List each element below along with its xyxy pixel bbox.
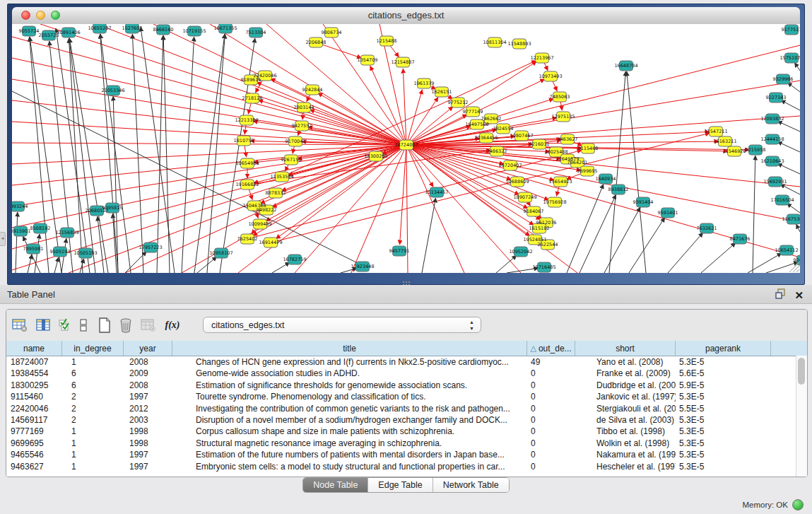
svg-text:1626151: 1626151 — [432, 89, 452, 95]
new-table-icon[interactable] — [95, 316, 114, 334]
svg-text:18300295: 18300295 — [364, 153, 387, 159]
table-row[interactable]: 1456911722003Disruption of a novel membe… — [6, 414, 807, 426]
table-cell: 2 — [62, 403, 124, 414]
table-cell: 1998 — [124, 426, 172, 437]
column-header-pagerank[interactable]: pagerank — [676, 341, 771, 356]
svg-text:16671355: 16671355 — [213, 25, 237, 31]
table-selector-value: citations_edges.txt — [211, 320, 285, 330]
svg-text:12213967: 12213967 — [530, 55, 553, 61]
left-panel-collapse-handle[interactable]: ◂ — [0, 232, 6, 246]
application-window: citations_edges.txt 18724007905572420557… — [0, 0, 812, 514]
table-cell: Tibbo et al. (1998) — [575, 426, 676, 437]
table-panel-title: Table Panel — [7, 289, 55, 300]
delete-table-icon[interactable] — [117, 316, 135, 334]
row-height-icon[interactable] — [74, 316, 93, 334]
svg-text:2718126: 2718126 — [242, 95, 263, 101]
table-cell: 2003 — [124, 414, 172, 426]
svg-text:16782759: 16782759 — [283, 257, 306, 262]
show-columns-icon[interactable] — [35, 316, 53, 334]
svg-text:9267150: 9267150 — [281, 157, 302, 163]
svg-text:9498222: 9498222 — [257, 207, 277, 213]
svg-text:10654112: 10654112 — [775, 247, 798, 253]
table-cell: 5.3E-5 — [676, 461, 771, 472]
table-cell: Investigating the contribution of common… — [172, 403, 527, 414]
svg-text:15134457: 15134457 — [425, 189, 448, 195]
table-panel-titlebar: Table Panel ✕ — [0, 285, 812, 304]
svg-text:10505193: 10505193 — [73, 250, 97, 256]
table-row[interactable]: 977716911998Corpus callosum shape and si… — [6, 426, 807, 437]
table-row[interactable]: 911546021997Tourette syndrome. Phenomeno… — [6, 391, 807, 402]
tab-edge-table[interactable]: Edge Table — [368, 478, 433, 492]
table-cell: 1 — [62, 426, 124, 437]
column-header-short[interactable]: short — [575, 341, 676, 356]
svg-text:8471676: 8471676 — [730, 236, 751, 242]
svg-text:12444158: 12444158 — [760, 136, 784, 142]
table-cell: 18724007 — [6, 356, 62, 368]
svg-text:2522544: 2522544 — [538, 242, 558, 247]
table-cell: 5.9E-5 — [676, 380, 771, 391]
table-selector-dropdown[interactable]: citations_edges.txt ▲▼ — [203, 317, 481, 333]
svg-text:7462662: 7462662 — [481, 116, 502, 122]
svg-text:6216031: 6216031 — [529, 141, 550, 147]
column-header-out_de[interactable]: △out_de... — [527, 341, 575, 356]
table-row[interactable]: 946362711997Embryonic stem cells: a mode… — [6, 461, 807, 472]
select-all-icon[interactable] — [56, 316, 74, 334]
table-header-row: namein_degreeyeartitle△out_de...shortpag… — [6, 341, 807, 356]
network-window-titlebar[interactable]: citations_edges.txt — [12, 7, 800, 25]
close-panel-icon[interactable]: ✕ — [794, 290, 804, 301]
svg-text:9591401: 9591401 — [658, 210, 678, 216]
svg-text:4993244: 4993244 — [12, 204, 28, 209]
table-cell: 0 — [527, 449, 575, 460]
svg-text:15716485: 15716485 — [532, 264, 555, 270]
column-header-title[interactable]: title — [172, 341, 527, 356]
import-table-icon[interactable] — [139, 316, 158, 334]
svg-text:7513304: 7513304 — [246, 30, 266, 35]
tab-network-table[interactable]: Network Table — [433, 478, 509, 492]
table-cell: 1 — [62, 461, 124, 472]
svg-text:16210643: 16210643 — [760, 158, 784, 164]
svg-text:3824554: 3824554 — [493, 126, 514, 132]
column-header-in_degree[interactable]: in_degree — [62, 341, 124, 356]
table-cell: 2008 — [124, 380, 172, 391]
svg-text:15692931: 15692931 — [763, 179, 787, 185]
status-bar: Memory: OK — [0, 496, 812, 514]
function-builder-icon[interactable]: f(x) — [163, 316, 182, 334]
svg-text:8508192: 8508192 — [30, 226, 51, 231]
table-row[interactable]: 969969511998Structural magnetic resonanc… — [6, 438, 807, 449]
table-row[interactable]: 946554611997Estimation of the future num… — [6, 449, 807, 460]
float-panel-icon[interactable] — [775, 288, 786, 302]
svg-text:17016504: 17016504 — [770, 197, 794, 203]
table-cell: 0 — [527, 403, 575, 414]
table-cell: 1997 — [124, 449, 172, 460]
table-mode-icon[interactable] — [11, 316, 29, 334]
table-cell: 2 — [62, 414, 124, 426]
table-row[interactable]: 1938455462009Genome-wide association stu… — [6, 368, 807, 379]
table-row[interactable]: 2242004622012Investigating the contribut… — [6, 403, 807, 414]
table-cell: 0 — [527, 368, 575, 379]
table-cell: 5.3E-5 — [676, 414, 771, 426]
svg-text:9170041: 9170041 — [286, 139, 306, 144]
network-canvas[interactable]: 1872400790557242055723208914061065528715… — [12, 24, 800, 273]
svg-text:9777169: 9777169 — [463, 109, 483, 115]
table-row[interactable]: 1830029562008Estimation of significance … — [6, 380, 807, 391]
svg-text:10688609: 10688609 — [505, 179, 529, 185]
svg-text:1215488: 1215488 — [377, 38, 397, 44]
svg-text:8938812: 8938812 — [608, 187, 629, 192]
table-cell: 5.3E-5 — [676, 391, 771, 402]
table-row[interactable]: 1872400712008Changes of HCN gene express… — [6, 356, 807, 368]
tab-node-table[interactable]: Node Table — [303, 478, 368, 492]
svg-text:9699695: 9699695 — [577, 168, 598, 174]
scrollbar-thumb[interactable] — [798, 358, 805, 385]
svg-text:10025488: 10025488 — [544, 149, 567, 155]
table-scrollbar[interactable] — [796, 356, 807, 477]
column-header-year[interactable]: year — [124, 341, 172, 356]
svg-text:15654923: 15654923 — [548, 179, 572, 185]
svg-text:20364456: 20364456 — [474, 135, 498, 141]
svg-text:10099489: 10099489 — [248, 221, 271, 227]
svg-text:9242844: 9242844 — [302, 87, 323, 93]
column-header-name[interactable]: name — [6, 341, 62, 356]
svg-text:3915901: 3915901 — [12, 228, 30, 234]
network-window-title: citations_edges.txt — [12, 10, 800, 21]
table-cell: Embryonic stem cells: a model to study s… — [172, 461, 527, 472]
table-cell: 0 — [527, 380, 575, 391]
